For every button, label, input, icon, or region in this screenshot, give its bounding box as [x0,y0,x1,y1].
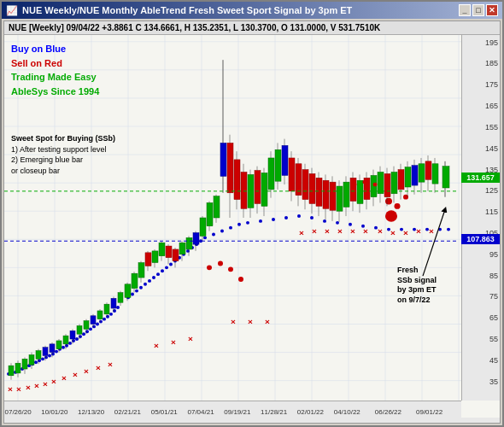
svg-point-132 [395,203,401,209]
svg-rect-230 [330,182,336,210]
svg-point-98 [447,228,450,231]
svg-rect-174 [138,263,144,278]
svg-point-48 [82,332,85,336]
y-label-185: 185 [485,59,498,67]
y-label-35: 35 [489,377,498,386]
svg-rect-200 [227,143,233,192]
svg-rect-166 [111,298,116,308]
svg-point-57 [113,309,116,313]
svg-point-40 [55,350,58,354]
svg-point-78 [212,233,215,237]
svg-rect-182 [166,246,172,258]
svg-rect-210 [261,173,267,206]
y-label-175: 175 [485,80,498,89]
svg-text:×: × [16,384,21,394]
sell-label: Sell on Red [11,56,99,71]
svg-rect-226 [316,178,322,206]
svg-point-267 [363,180,367,184]
close-button[interactable]: ✕ [486,4,498,16]
svg-rect-188 [186,237,192,249]
window-title: NUE Weekly/NUE Monthly AbleTrend Fresh S… [22,5,352,15]
y-label-155: 155 [485,123,498,132]
svg-point-39 [51,353,55,356]
svg-rect-246 [384,173,390,196]
svg-text:×: × [26,383,31,392]
sweet-spot-description: Sweet Spot for Buying (SSb) 1) After tes… [11,133,115,176]
window-icon: 📈 [6,5,18,16]
x-label-1: 10/01/20 [41,408,67,416]
svg-rect-234 [343,182,349,207]
svg-text:×: × [188,334,193,343]
svg-text:×: × [416,227,421,237]
svg-text:×: × [34,382,39,391]
svg-rect-140 [22,359,27,369]
svg-point-84 [272,218,275,221]
y-label-95: 95 [489,250,498,259]
svg-rect-252 [405,167,411,187]
svg-point-46 [75,337,79,341]
svg-point-60 [131,293,134,296]
y-label-75: 75 [489,292,498,301]
svg-point-85 [284,216,288,219]
main-window: 📈 NUE Weekly/NUE Monthly AbleTrend Fresh… [0,0,504,427]
svg-rect-216 [282,145,288,175]
maximize-button[interactable]: □ [472,4,484,16]
svg-rect-154 [70,330,75,339]
svg-rect-204 [241,173,247,209]
x-label-6: 09/19/21 [224,408,250,416]
svg-point-63 [144,283,147,286]
x-label-9: 04/10/22 [334,408,360,416]
svg-text:×: × [265,317,270,326]
svg-point-88 [323,219,326,223]
svg-text:×: × [73,370,78,379]
svg-rect-196 [214,196,220,218]
sweet-spot-title: Sweet Spot for Buying (SSb) [11,133,115,144]
chart-container: NUE [Weekly] 09/04/22 +3.8861 C 134.6661… [3,20,501,424]
svg-point-90 [349,223,352,226]
y-label-115: 115 [485,208,498,216]
svg-rect-202 [234,160,240,200]
svg-rect-228 [323,180,329,208]
svg-rect-248 [391,173,397,194]
svg-point-64 [148,279,151,283]
svg-text:×: × [363,227,368,237]
svg-point-77 [203,236,207,239]
chart-header: NUE [Weekly] 09/04/22 +3.8861 C 134.6661… [4,21,500,35]
y-label-195: 195 [485,38,498,47]
svg-point-44 [68,342,72,345]
svg-point-50 [89,327,92,330]
x-label-8: 02/01/22 [297,408,324,416]
svg-rect-222 [302,170,308,200]
svg-point-66 [156,272,160,276]
svg-point-47 [79,335,82,338]
svg-point-58 [116,306,120,309]
svg-rect-220 [296,164,302,196]
svg-text:×: × [378,227,383,237]
svg-rect-150 [56,341,62,349]
svg-point-131 [385,198,392,205]
svg-rect-214 [275,149,281,181]
svg-text:×: × [108,360,113,369]
x-label-4: 05/01/21 [151,408,178,416]
svg-text:×: × [312,227,317,237]
svg-point-130 [238,277,243,282]
svg-rect-258 [425,161,431,179]
svg-point-37 [44,355,48,359]
svg-point-89 [336,221,339,225]
y-label-65: 65 [489,313,498,322]
svg-rect-168 [118,293,123,303]
x-label-11: 09/01/22 [416,408,442,416]
y-label-85: 85 [489,272,498,280]
svg-rect-190 [193,233,199,245]
x-label-7: 11/28/21 [261,408,287,416]
minimize-button[interactable]: _ [459,4,471,16]
svg-text:×: × [8,384,13,394]
title-bar: 📈 NUE Weekly/NUE Monthly AbleTrend Fresh… [2,2,502,19]
svg-rect-212 [268,158,274,190]
x-label-2: 12/13/20 [78,408,104,416]
svg-point-73 [186,249,190,253]
svg-point-134 [385,210,397,222]
svg-point-52 [96,323,99,326]
price-label-green: 131.657 [461,173,500,183]
svg-point-129 [228,266,233,272]
